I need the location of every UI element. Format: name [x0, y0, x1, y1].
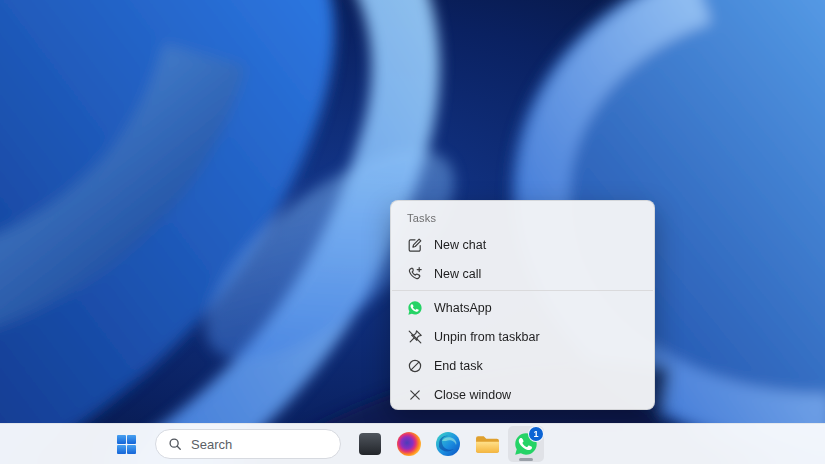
menu-item-label: New call [434, 267, 481, 281]
menu-item-label: Unpin from taskbar [434, 330, 540, 344]
dark-app-icon [358, 432, 382, 456]
firefox-icon [396, 431, 422, 457]
menu-item-label: New chat [434, 238, 486, 252]
file-explorer-button[interactable] [469, 426, 505, 462]
notification-badge: 1 [528, 426, 544, 442]
new-chat-icon [407, 237, 423, 253]
folder-icon [475, 434, 500, 455]
menu-item-end-task[interactable]: End task [395, 351, 650, 380]
running-app-indicator [519, 458, 533, 461]
menu-item-close-window[interactable]: Close window [395, 380, 650, 409]
new-call-icon [407, 266, 423, 282]
whatsapp-jumplist-menu: Tasks New chat New call [390, 200, 655, 410]
taskbar: Search [0, 423, 825, 464]
firefox-button[interactable] [391, 426, 427, 462]
menu-item-label: End task [434, 359, 483, 373]
edge-icon [435, 431, 461, 457]
whatsapp-button[interactable]: 1 [508, 426, 544, 462]
taskbar-items: Search [108, 424, 544, 464]
unpin-icon [407, 329, 423, 345]
menu-item-unpin[interactable]: Unpin from taskbar [395, 322, 650, 351]
menu-item-new-call[interactable]: New call [395, 259, 650, 288]
start-button[interactable] [108, 426, 144, 462]
end-task-icon [407, 358, 423, 374]
search-placeholder: Search [191, 437, 232, 452]
menu-item-label: WhatsApp [434, 301, 492, 315]
close-icon [407, 387, 423, 403]
edge-button[interactable] [430, 426, 466, 462]
desktop: Tasks New chat New call [0, 0, 825, 464]
taskbar-search-box[interactable]: Search [155, 429, 341, 459]
search-icon [168, 437, 182, 451]
menu-section-header: Tasks [391, 206, 654, 230]
menu-separator [392, 290, 653, 291]
whatsapp-icon [407, 300, 423, 316]
menu-item-whatsapp[interactable]: WhatsApp [395, 293, 650, 322]
menu-item-new-chat[interactable]: New chat [395, 230, 650, 259]
dark-app-button[interactable] [352, 426, 388, 462]
windows-logo-icon [116, 434, 137, 455]
menu-item-label: Close window [434, 388, 511, 402]
